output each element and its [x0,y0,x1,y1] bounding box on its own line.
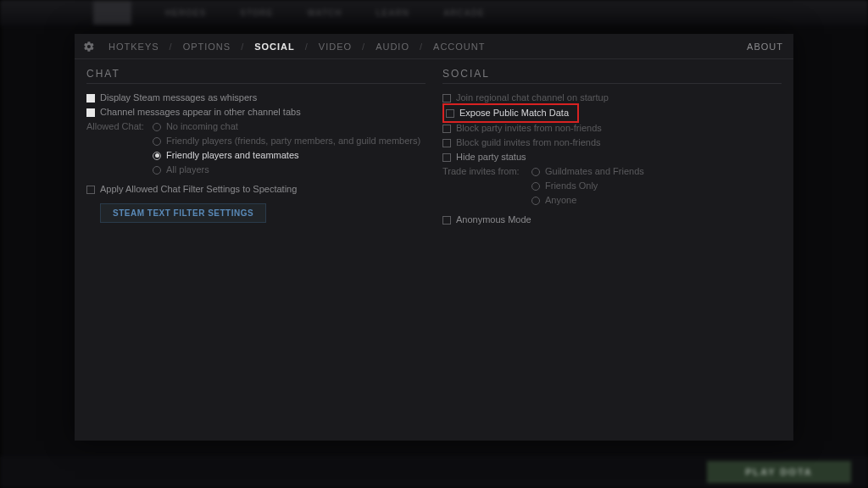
checkbox-icon[interactable] [86,186,95,194]
social-header: SOCIAL [442,68,782,84]
checkbox-icon[interactable] [446,109,454,118]
opt-block-party[interactable]: Block party invites from non-friends [442,121,782,136]
expose-public-highlight[interactable]: Expose Public Match Data [442,103,579,123]
checkbox-icon[interactable] [442,125,451,133]
tab-audio[interactable]: AUDIO [374,42,411,52]
opt-display-whispers[interactable]: Display Steam messages as whispers [86,91,426,105]
tab-video[interactable]: VIDEO [317,42,353,52]
topnav-arcade: ARCADE [443,8,485,18]
gear-icon[interactable] [83,41,95,53]
checkbox-icon[interactable] [86,94,95,103]
radio-all[interactable] [153,166,161,175]
radio-friendly[interactable] [153,137,161,146]
steam-filter-button[interactable]: STEAM TEXT FILTER SETTINGS [100,203,266,223]
tab-options[interactable]: OPTIONS [181,42,233,52]
checkbox-icon[interactable] [442,153,451,162]
bottom-bar-blurred: PLAY DOTA [0,456,868,488]
opt-anonymous[interactable]: Anonymous Mode [442,213,782,227]
checkbox-icon[interactable] [442,94,451,103]
settings-panel: HOTKEYS / OPTIONS / SOCIAL / VIDEO / AUD… [75,34,793,441]
tab-about[interactable]: ABOUT [745,42,785,52]
tab-hotkeys[interactable]: HOTKEYS [107,42,161,52]
social-section: SOCIAL Join regional chat channel on sta… [442,68,782,227]
allowed-chat-label: Allowed Chat: [86,119,144,134]
opt-hide-party[interactable]: Hide party status [442,150,782,164]
chat-section: CHAT Display Steam messages as whispers … [86,68,426,227]
tab-account[interactable]: ACCOUNT [431,42,487,52]
topnav-watch: WATCH [308,8,342,18]
top-nav-blurred: HEROES STORE WATCH LEARN ARCADE [0,0,868,25]
opt-apply-spectating[interactable]: Apply Allowed Chat Filter Settings to Sp… [86,182,426,197]
topnav-store: STORE [240,8,273,18]
tab-social[interactable]: SOCIAL [253,42,297,52]
radio-trade-friends[interactable] [531,182,540,191]
radio-trade-anyone[interactable] [531,197,540,205]
chat-header: CHAT [86,68,426,84]
radio-teammates[interactable] [153,152,161,160]
checkbox-icon[interactable] [86,108,95,117]
checkbox-icon[interactable] [442,216,451,225]
topnav-heroes: HEROES [165,8,206,18]
radio-no-incoming[interactable] [153,123,161,131]
topnav-learn: LEARN [376,8,409,18]
play-button: PLAY DOTA [707,461,851,483]
opt-block-guild[interactable]: Block guild invites from non-friends [442,136,782,150]
opt-channel-tabs[interactable]: Channel messages appear in other channel… [86,105,426,119]
trade-invites-label: Trade invites from: [442,164,523,179]
settings-tabs: HOTKEYS / OPTIONS / SOCIAL / VIDEO / AUD… [75,34,793,59]
radio-trade-guild[interactable] [531,168,540,176]
checkbox-icon[interactable] [442,139,451,147]
game-logo [93,1,131,25]
